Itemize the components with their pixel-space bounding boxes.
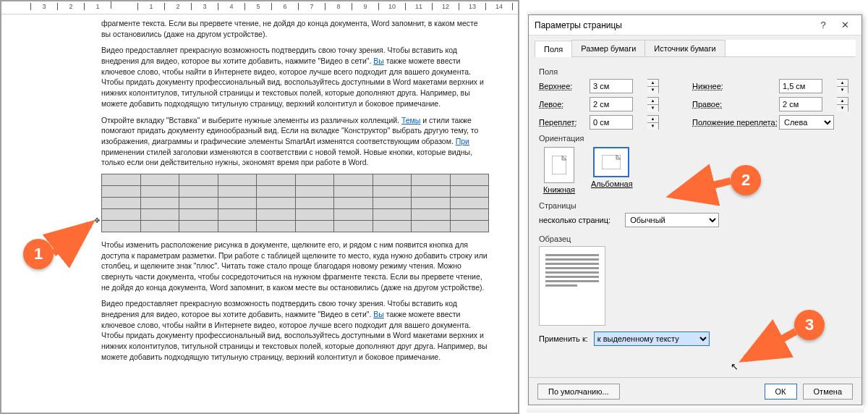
help-button[interactable]: ? bbox=[812, 20, 834, 30]
document-area: 3211234567891011121314151617 фрагменте т… bbox=[0, 0, 519, 414]
hyperlink[interactable]: Вы bbox=[373, 310, 384, 318]
spinner-gutter[interactable]: ▲▼ bbox=[647, 115, 659, 130]
spinner-left[interactable]: ▲▼ bbox=[647, 97, 659, 111]
label-left: Левое: bbox=[539, 100, 590, 109]
paragraph[interactable]: Чтобы изменить расположение рисунка в до… bbox=[101, 240, 489, 292]
input-left-margin[interactable] bbox=[590, 97, 633, 111]
select-apply-to[interactable]: к выделенному тексту bbox=[594, 331, 710, 346]
paragraph[interactable]: фрагменте текста. Если вы прервете чтени… bbox=[101, 18, 489, 39]
label-apply-to: Применить к: bbox=[539, 334, 588, 343]
hyperlink[interactable]: При bbox=[456, 137, 469, 145]
landscape-icon bbox=[593, 147, 629, 177]
cancel-button[interactable]: Отмена bbox=[803, 384, 853, 400]
paragraph[interactable]: Откройте вкладку "Вставка" и выберите ну… bbox=[101, 115, 489, 168]
orientation-portrait[interactable]: Книжная bbox=[539, 147, 579, 194]
tab-margins[interactable]: Поля bbox=[535, 41, 572, 57]
spinner-top[interactable]: ▲▼ bbox=[647, 79, 659, 93]
default-button[interactable]: По умолчанию... bbox=[537, 384, 620, 400]
document-page[interactable]: фрагменте текста. Если вы прервете чтени… bbox=[1, 14, 518, 372]
input-right-margin[interactable] bbox=[779, 97, 822, 111]
input-gutter[interactable] bbox=[590, 115, 633, 130]
hyperlink[interactable]: Вы bbox=[373, 56, 384, 65]
label-gutter-pos: Положение переплета: bbox=[692, 118, 779, 127]
dialog-titlebar[interactable]: Параметры страницы ? ✕ bbox=[529, 15, 861, 35]
tab-paper-size[interactable]: Размер бумаги bbox=[571, 40, 645, 56]
cursor-icon: ↖ bbox=[731, 361, 739, 372]
paragraph[interactable]: Видео предоставляет прекрасную возможнос… bbox=[101, 45, 489, 109]
input-bottom-margin[interactable] bbox=[779, 79, 822, 93]
label-right: Правое: bbox=[692, 100, 779, 109]
tab-paper-source[interactable]: Источник бумаги bbox=[644, 40, 725, 56]
callout-1: 1 bbox=[23, 239, 54, 269]
document-table[interactable] bbox=[101, 174, 489, 232]
label-bottom: Нижнее: bbox=[692, 82, 779, 90]
callout-3: 3 bbox=[794, 310, 825, 340]
select-multi-pages[interactable]: Обычный bbox=[625, 213, 719, 227]
spinner-bottom[interactable]: ▲▼ bbox=[837, 79, 848, 93]
hyperlink[interactable]: Темы bbox=[401, 116, 420, 124]
input-top-margin[interactable] bbox=[590, 79, 633, 93]
paragraph[interactable]: Видео предоставляет прекрасную возможнос… bbox=[101, 298, 489, 362]
dialog-title: Параметры страницы bbox=[535, 20, 812, 30]
ok-button[interactable]: ОК bbox=[765, 384, 797, 400]
select-gutter-pos[interactable]: Слева bbox=[779, 115, 834, 130]
dialog-footer: По умолчанию... ОК Отмена bbox=[529, 377, 861, 405]
group-preview-label: Образец bbox=[539, 235, 851, 243]
group-margins-label: Поля bbox=[539, 67, 851, 76]
table-move-handle-icon[interactable]: ✥ bbox=[94, 216, 103, 224]
portrait-icon bbox=[544, 147, 574, 183]
orientation-landscape[interactable]: Альбомная bbox=[591, 147, 631, 194]
group-pages-label: Страницы bbox=[539, 201, 851, 210]
label-multi-pages: несколько страниц: bbox=[539, 216, 610, 224]
page-preview bbox=[539, 246, 605, 326]
spinner-right[interactable]: ▲▼ bbox=[837, 97, 848, 111]
close-button[interactable]: ✕ bbox=[834, 20, 856, 30]
label-gutter: Переплет: bbox=[539, 118, 590, 127]
dialog-tabs: Поля Размер бумаги Источник бумаги bbox=[535, 40, 856, 57]
group-orientation-label: Ориентация bbox=[539, 134, 851, 143]
torn-edge bbox=[527, 405, 864, 413]
label-top: Верхнее: bbox=[539, 82, 590, 90]
callout-2: 2 bbox=[731, 165, 761, 195]
horizontal-ruler[interactable]: 3211234567891011121314151617 bbox=[1, 1, 518, 14]
page-setup-dialog: Параметры страницы ? ✕ Поля Размер бумаг… bbox=[528, 14, 862, 405]
